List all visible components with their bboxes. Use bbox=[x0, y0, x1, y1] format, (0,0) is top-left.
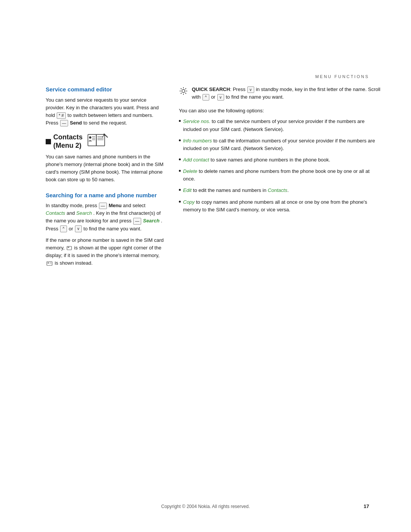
contacts-header: Contacts (Menu 2) bbox=[46, 133, 164, 150]
send-word: Send bbox=[70, 120, 82, 126]
sce-body3: to send the request. bbox=[83, 120, 127, 126]
searching-body: In standby mode, press — Menu and select… bbox=[46, 202, 164, 233]
up-button-1: ^ bbox=[60, 225, 67, 232]
menu-word: Menu bbox=[108, 203, 121, 208]
edit-period: . bbox=[287, 187, 289, 193]
quick-search-down-btn: v bbox=[247, 86, 254, 93]
bullet-dot-6 bbox=[179, 201, 181, 203]
down-button-1: v bbox=[75, 225, 82, 232]
list-item-delete: Delete to delete names and phone numbers… bbox=[179, 168, 381, 183]
quick-search-up-btn: ^ bbox=[202, 94, 209, 101]
bullet-dot-5 bbox=[179, 189, 181, 191]
searching-heading: Searching for a name and phone number bbox=[46, 192, 164, 199]
svg-line-24 bbox=[185, 93, 186, 94]
copy-text: to copy names and phone numbers all at o… bbox=[183, 199, 367, 212]
svg-point-8 bbox=[89, 136, 91, 139]
info-numbers-text: to call the information numbers of your … bbox=[183, 138, 375, 151]
service-nos-link: Service nos. bbox=[183, 118, 210, 124]
contacts-square-icon bbox=[46, 139, 51, 144]
bullet-content-5: Edit to edit the names and numbers in Co… bbox=[183, 187, 381, 194]
bullet-content-4: Delete to delete names and phone numbers… bbox=[183, 168, 381, 183]
svg-line-26 bbox=[181, 93, 182, 94]
footer-copyright: Copyright © 2004 Nokia. All rights reser… bbox=[161, 504, 250, 509]
contacts-heading-line1: Contacts bbox=[53, 133, 83, 142]
quick-search-press: Press bbox=[233, 86, 245, 92]
and-text: and bbox=[67, 210, 75, 216]
svg-rect-15 bbox=[48, 262, 49, 264]
header-title: Menu functions bbox=[315, 74, 369, 79]
menu-functions-header: Menu functions bbox=[0, 0, 411, 79]
bullet-content-2: Info numbers to call the information num… bbox=[183, 137, 381, 152]
quick-search-colon: : bbox=[230, 86, 231, 92]
sim-card-icon bbox=[67, 246, 72, 250]
list-item-add-contact: Add contact to save names and phone numb… bbox=[179, 156, 381, 164]
delete-text: to delete names and phone numbers from t… bbox=[183, 168, 370, 182]
svg-rect-0 bbox=[88, 134, 96, 146]
list-item-info-numbers: Info numbers to call the information num… bbox=[179, 137, 381, 152]
internal-memory-icon bbox=[46, 261, 53, 266]
svg-line-25 bbox=[185, 88, 186, 89]
list-item-service-nos: Service nos. to call the service numbers… bbox=[179, 118, 381, 133]
bullet-dot-3 bbox=[179, 158, 181, 160]
list-item-edit: Edit to edit the names and numbers in Co… bbox=[179, 187, 381, 194]
svg-rect-1 bbox=[96, 134, 105, 146]
search-button-inline: — bbox=[133, 218, 141, 224]
add-contact-link: Add contact bbox=[183, 157, 209, 163]
send-button-inline: — bbox=[60, 120, 68, 126]
delete-link: Delete bbox=[183, 168, 198, 174]
search-green-link: Search bbox=[76, 210, 92, 216]
edit-link: Edit bbox=[183, 187, 191, 193]
contacts-heading-line2: (Menu 2) bbox=[53, 142, 83, 150]
footer-page-number: 17 bbox=[364, 503, 369, 509]
add-contact-text: to save names and phone numbers in the p… bbox=[210, 157, 330, 163]
bullet-content-3: Add contact to save names and phone numb… bbox=[183, 156, 381, 164]
options-intro: You can also use the following options: bbox=[179, 107, 381, 115]
sim-body8: is shown instead. bbox=[55, 260, 93, 266]
bullet-dot-2 bbox=[179, 139, 181, 141]
edit-contacts-link: Contacts bbox=[268, 187, 287, 193]
quick-search-or: or bbox=[211, 94, 215, 100]
searching-section: Searching for a name and phone number In… bbox=[46, 192, 164, 267]
service-command-editor-body: You can send service requests to your se… bbox=[46, 96, 164, 127]
quick-search-row: QUICK SEARCH: Press v in standby mode, k… bbox=[179, 86, 381, 101]
list-item-copy: Copy to copy names and phone numbers all… bbox=[179, 198, 381, 214]
bullet-content-1: Service nos. to call the service numbers… bbox=[183, 118, 381, 133]
service-command-editor-heading: Service command editor bbox=[46, 86, 164, 93]
svg-line-11 bbox=[102, 136, 103, 137]
bullet-content-6: Copy to copy names and phone numbers all… bbox=[183, 198, 381, 214]
or-text-1: or bbox=[68, 226, 73, 232]
searching-body1: In standby mode, press bbox=[46, 203, 97, 208]
info-numbers-link: Info numbers bbox=[183, 138, 212, 144]
edit-text: to edit the names and numbers in bbox=[193, 187, 266, 193]
options-list: Service nos. to call the service numbers… bbox=[179, 118, 381, 213]
searching-body2: and select bbox=[123, 203, 145, 208]
contacts-green-link: Contacts bbox=[46, 210, 65, 216]
page-container: Menu functions Service command editor Yo… bbox=[0, 0, 411, 532]
bullet-dot-4 bbox=[179, 170, 181, 172]
service-nos-text: to call the service numbers of your serv… bbox=[183, 118, 365, 132]
quick-search-label: QUICK SEARCH bbox=[192, 86, 230, 92]
quick-search-icon bbox=[179, 86, 188, 96]
contacts-body: You can save names and phone numbers in … bbox=[46, 153, 164, 184]
searching-body-sim: If the name or phone number is saved in … bbox=[46, 236, 164, 267]
svg-point-18 bbox=[182, 89, 185, 93]
search-word: Search bbox=[143, 218, 159, 224]
contacts-section: Contacts (Menu 2) bbox=[46, 133, 164, 184]
contacts-book-icon bbox=[87, 133, 109, 150]
service-command-editor-section: Service command editor You can send serv… bbox=[46, 86, 164, 127]
hash-button: * # bbox=[57, 112, 65, 119]
content-area: Service command editor You can send serv… bbox=[0, 79, 411, 271]
footer: Copyright © 2004 Nokia. All rights reser… bbox=[0, 504, 411, 509]
left-column: Service command editor You can send serv… bbox=[46, 86, 164, 271]
quick-search-body2: to find the name you want. bbox=[226, 94, 284, 100]
svg-line-23 bbox=[181, 88, 182, 89]
quick-search-down-btn2: v bbox=[217, 94, 224, 101]
svg-rect-13 bbox=[68, 247, 69, 248]
menu-button-inline: — bbox=[99, 203, 107, 209]
contacts-title-block: Contacts (Menu 2) bbox=[46, 133, 83, 150]
contacts-heading-text: Contacts (Menu 2) bbox=[53, 133, 83, 150]
right-column: QUICK SEARCH: Press v in standby mode, k… bbox=[175, 86, 381, 271]
bullet-dot-1 bbox=[179, 120, 181, 122]
copy-link: Copy bbox=[183, 199, 194, 205]
searching-body5: to find the name you want. bbox=[83, 226, 141, 232]
